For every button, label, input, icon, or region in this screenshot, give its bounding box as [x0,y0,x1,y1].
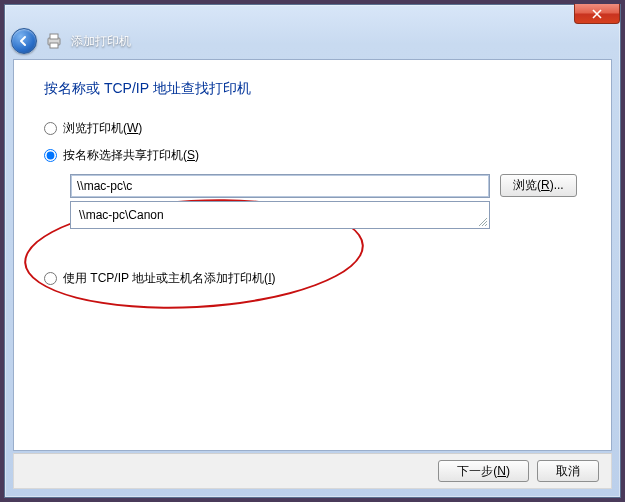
autocomplete-dropdown: \\mac-pc\Canon [70,201,490,229]
nav-bar: 添加打印机 [5,25,620,57]
svg-rect-1 [50,34,58,39]
printer-icon [45,32,63,50]
option-by-name[interactable]: 按名称选择共享打印机(S) [44,147,581,164]
option-tcpip[interactable]: 使用 TCP/IP 地址或主机名添加打印机(I) [44,270,581,287]
radio-browse[interactable] [44,122,57,135]
cancel-button[interactable]: 取消 [537,460,599,482]
option-by-name-label: 按名称选择共享打印机(S) [63,147,199,164]
option-tcpip-label: 使用 TCP/IP 地址或主机名添加打印机(I) [63,270,275,287]
option-browse-label: 浏览打印机(W) [63,120,142,137]
path-input-row: \\mac-pc\Canon 浏览(R)... [70,174,581,198]
option-browse[interactable]: 浏览打印机(W) [44,120,581,137]
path-combo: \\mac-pc\Canon [70,174,490,198]
autocomplete-item[interactable]: \\mac-pc\Canon [71,202,489,228]
radio-tcpip[interactable] [44,272,57,285]
close-icon [592,9,602,19]
dialog-window: 添加打印机 按名称或 TCP/IP 地址查找打印机 浏览打印机(W) 按名称选择… [4,4,621,498]
back-button[interactable] [11,28,37,54]
nav-title: 添加打印机 [71,33,131,50]
svg-rect-2 [50,43,58,48]
titlebar [5,5,620,25]
browse-button[interactable]: 浏览(R)... [500,174,577,197]
page-heading: 按名称或 TCP/IP 地址查找打印机 [44,80,581,98]
printer-path-input[interactable] [70,174,490,198]
footer: 下一步(N) 取消 [13,453,612,489]
close-button[interactable] [574,4,620,24]
content-area: 按名称或 TCP/IP 地址查找打印机 浏览打印机(W) 按名称选择共享打印机(… [13,59,612,451]
next-button[interactable]: 下一步(N) [438,460,529,482]
back-arrow-icon [17,34,31,48]
radio-by-name[interactable] [44,149,57,162]
resize-grip-icon[interactable] [476,215,488,227]
